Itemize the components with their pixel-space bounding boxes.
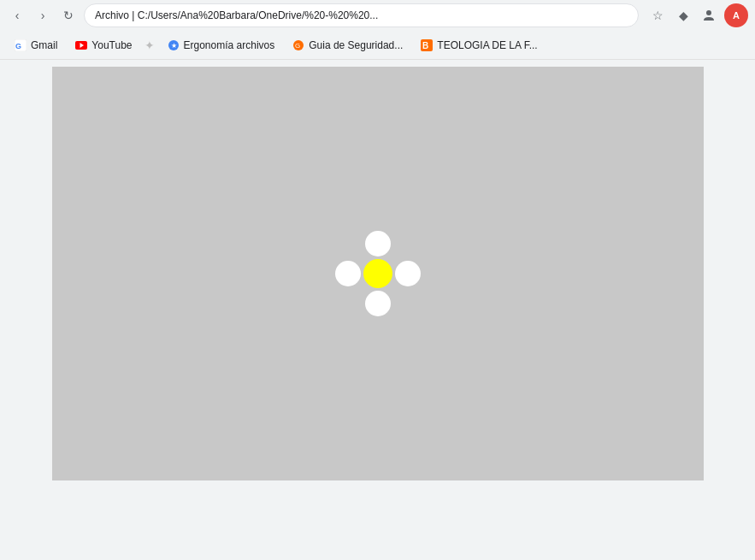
svg-text:G: G	[15, 42, 21, 50]
address-text: Archivo | C:/Users/Ana%20Barbara/OneDriv…	[95, 9, 378, 21]
petal-right	[395, 261, 421, 286]
bookmark-teologia[interactable]: B TEOLOGIA DE LA F...	[413, 35, 544, 56]
svg-text:G: G	[295, 42, 300, 50]
address-bar[interactable]: Archivo | C:/Users/Ana%20Barbara/OneDriv…	[84, 3, 639, 27]
bookmark-star-icon[interactable]: ☆	[647, 5, 668, 26]
refresh-button[interactable]: ↻	[58, 5, 79, 26]
ergonomia-favicon: ★	[167, 38, 180, 52]
bookmark-teologia-label: TEOLOGIA DE LA F...	[437, 39, 537, 51]
bookmark-ergonomia-label: Ergonomía archivos	[184, 39, 275, 51]
address-bar-row: ‹ › ↻ Archivo | C:/Users/Ana%20Barbara/O…	[0, 0, 755, 31]
bookmark-guia-label: Guia de Seguridad...	[309, 39, 403, 51]
svg-text:★: ★	[170, 42, 176, 50]
svg-text:B: B	[422, 41, 428, 50]
profile-button[interactable]: A	[724, 3, 748, 27]
bookmark-separator-1: ✦	[143, 38, 156, 52]
extension-icon[interactable]: ◆	[673, 5, 693, 26]
browser-chrome: ‹ › ↻ Archivo | C:/Users/Ana%20Barbara/O…	[0, 0, 755, 60]
bookmark-youtube[interactable]: YouTube	[68, 35, 139, 56]
forward-button[interactable]: ›	[32, 5, 53, 26]
bookmark-youtube-label: YouTube	[91, 39, 132, 51]
svg-point-0	[706, 10, 711, 15]
bookmark-guia[interactable]: G Guia de Seguridad...	[285, 35, 410, 56]
browser-icons-group: ☆ ◆ A	[647, 3, 748, 27]
petal-bottom	[365, 291, 391, 316]
bookmark-gmail-label: Gmail	[31, 39, 57, 51]
back-button[interactable]: ‹	[7, 5, 27, 26]
loading-indicator	[335, 231, 421, 316]
bookmark-gmail[interactable]: G Gmail	[7, 35, 64, 56]
bookmarks-bar: G Gmail YouTube ✦ ★	[0, 31, 755, 60]
youtube-favicon	[74, 38, 88, 52]
bookmark-ergonomia[interactable]: ★ Ergonomía archivos	[160, 35, 282, 56]
content-box	[52, 67, 704, 480]
gmail-favicon: G	[14, 38, 27, 52]
profile-initial: A	[733, 10, 740, 21]
teologia-favicon: B	[420, 38, 434, 52]
petal-top	[365, 231, 391, 256]
guia-favicon: G	[292, 38, 305, 52]
petal-left	[335, 261, 361, 286]
account-icon[interactable]	[699, 5, 719, 26]
flower-center	[363, 259, 392, 288]
main-content	[0, 60, 755, 543]
